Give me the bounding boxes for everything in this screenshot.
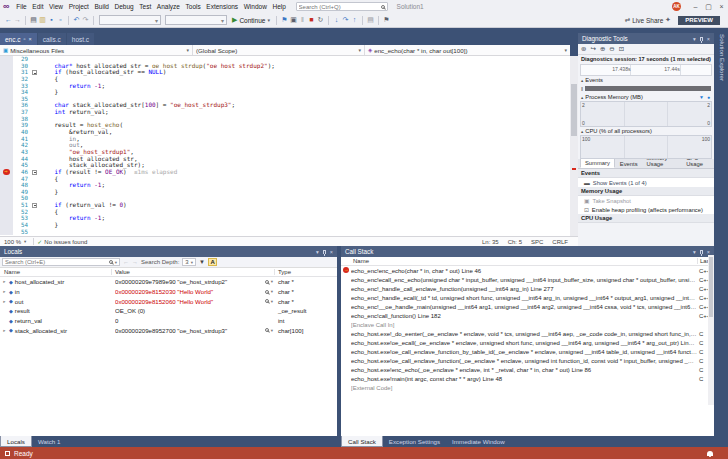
column-header-type[interactable]: Type (275, 269, 337, 275)
step-into-icon[interactable]: ↓ (332, 13, 341, 27)
breakpoint-margin[interactable] (0, 222, 13, 229)
breakpoint-margin[interactable] (0, 102, 13, 109)
summary-events-header[interactable]: Events (578, 169, 714, 178)
breakpoint-margin[interactable] (0, 76, 13, 83)
variable-value[interactable]: 0x00000209e7989e90 "oe_host_strdup2"▾ (112, 278, 275, 285)
code-text[interactable]: return -1; (40, 83, 570, 90)
breakpoint-margin[interactable] (0, 136, 13, 143)
code-text[interactable]: int return_val; (40, 109, 570, 116)
scrollbar-thumb[interactable] (571, 84, 577, 136)
breakpoint-margin[interactable] (0, 229, 13, 236)
breakpoint-margin[interactable] (0, 89, 13, 96)
filter-icon[interactable]: ▼ (699, 94, 704, 100)
live-share-button[interactable]: ⇄ Live Share (625, 16, 664, 24)
snapshot-icon[interactable]: ▣ (289, 13, 298, 27)
callstack-panel-header[interactable]: Call Stack ▾ × (341, 246, 714, 257)
fold-margin[interactable] (31, 202, 40, 209)
locals-search-box[interactable]: ▾ (2, 258, 120, 266)
break-all-icon[interactable]: ‖ (298, 13, 307, 27)
code-line[interactable]: 30 char* host_allocated_str = oe_host_st… (0, 63, 570, 70)
code-text[interactable]: } (40, 189, 570, 196)
diag-tab-summary[interactable]: Summary (580, 158, 615, 168)
zoom-dropdown[interactable]: 100 % ▾ (0, 239, 30, 245)
breakpoint-margin[interactable] (0, 209, 13, 216)
bottom-tab-call-stack[interactable]: Call Stack (341, 436, 383, 447)
code-text[interactable]: { (40, 176, 570, 183)
code-line[interactable]: 47 { (0, 176, 570, 183)
close-panel-icon[interactable]: × (707, 249, 710, 255)
text-visualizer-icon[interactable] (265, 328, 269, 332)
code-line[interactable]: 42 out, (0, 142, 570, 149)
save-all-icon[interactable]: ▫ (56, 13, 65, 27)
fold-margin[interactable] (31, 169, 40, 176)
bottom-tab-immediate-window[interactable]: Immediate Window (446, 436, 511, 447)
close-panel-icon[interactable]: × (707, 36, 710, 42)
menu-view[interactable]: View (46, 0, 66, 13)
restart-icon[interactable]: ↻ (316, 13, 325, 27)
cpu-section-header[interactable]: ▴ CPU (% of all processors) (578, 127, 714, 135)
breadcrumb-member-dropdown[interactable]: ◈ enc_echo(char * in, char out[100]) ▾ (365, 45, 570, 55)
locals-row[interactable]: ▸◆in0x00000209e8152030 "Hello World"▾cha… (0, 287, 337, 297)
code-line[interactable]: 40 &return_val, (0, 129, 570, 136)
variable-value[interactable]: OE_OK (0) (112, 307, 275, 314)
callstack-row[interactable]: [External Code] (341, 383, 714, 392)
text-visualizer-icon[interactable] (265, 290, 269, 294)
code-line[interactable]: 35 (0, 96, 570, 103)
breakpoint-margin[interactable] (0, 182, 13, 189)
chevron-down-icon[interactable]: ▾ (271, 289, 273, 294)
expand-icon[interactable]: ▸ (2, 299, 7, 304)
callstack-row[interactable]: echo_host.exe!enc_echo(_oe_enclave * enc… (341, 365, 714, 374)
fold-margin[interactable] (31, 195, 40, 202)
diagnostics-timeline[interactable]: 17.438s 17.44s (580, 64, 712, 76)
search-forward-icon[interactable]: → (132, 259, 138, 265)
breakpoint-margin[interactable] (0, 176, 13, 183)
code-line[interactable]: 32 { (0, 76, 570, 83)
breakpoint-margin[interactable] (0, 129, 13, 136)
code-line[interactable]: 31 if (host_allocated_str == NULL) (0, 69, 570, 76)
code-line[interactable]: 52 { (0, 209, 570, 216)
breakpoint-margin[interactable] (0, 83, 13, 90)
filter-icon[interactable]: ▼ (199, 259, 205, 265)
code-line[interactable]: 49 } (0, 189, 570, 196)
code-text[interactable]: { (40, 209, 570, 216)
locals-row[interactable]: ◆resultOE_OK (0)_oe_result (0, 306, 337, 316)
step-out-icon[interactable]: ↑ (350, 13, 359, 27)
variable-value[interactable]: 0 (112, 317, 275, 324)
expand-icon[interactable]: ▸ (2, 289, 7, 294)
code-line[interactable]: 41 in, (0, 136, 570, 143)
expand-icon[interactable]: ▸ (2, 279, 7, 284)
fold-margin[interactable] (31, 142, 40, 149)
pin-icon[interactable] (700, 250, 703, 254)
fold-margin[interactable] (31, 189, 40, 196)
heap-profiling-link[interactable]: ⊡ Enable heap profiling (affects perform… (578, 205, 714, 214)
memory-chart[interactable]: 2 0 2 0 (580, 101, 712, 127)
locals-search-input[interactable] (5, 259, 107, 265)
variable-value[interactable]: 0x00000209e8152060 "Hello World"▾ (112, 298, 275, 305)
callstack-row[interactable]: echo_enc!_handle_ecall(_td * td, unsigne… (341, 293, 714, 302)
chevron-down-icon[interactable]: ▾ (271, 328, 273, 333)
code-line[interactable]: 48 return -1; (0, 182, 570, 189)
menu-extensions[interactable]: Extensions (204, 0, 241, 13)
fold-margin[interactable] (31, 149, 40, 156)
breakpoint-margin[interactable] (0, 156, 13, 163)
breakpoint-margin[interactable] (0, 63, 13, 70)
quick-search-input[interactable] (299, 4, 381, 10)
code-text[interactable]: if (host_allocated_str == NULL) (40, 69, 570, 76)
tab-enc-c[interactable]: enc.c▫× (0, 33, 37, 45)
new-file-icon[interactable]: ▤ (29, 13, 38, 27)
expand-icon[interactable]: ▸ (2, 328, 7, 333)
callstack-row[interactable]: echo_enc!__oe_handle_main(unsigned __int… (341, 302, 714, 311)
menu-build[interactable]: Build (92, 0, 112, 13)
continue-button[interactable]: ▶ Continue ▾ (229, 16, 273, 24)
text-format-icon[interactable]: A (208, 258, 217, 266)
code-text[interactable]: stack_allocated_str); (40, 162, 570, 169)
fold-margin[interactable] (31, 96, 40, 103)
callstack-row[interactable]: echo_enc!call_function() Line 182C++ (341, 311, 714, 320)
summary-cpu-header[interactable]: CPU Usage (578, 214, 714, 223)
code-text[interactable]: in, (40, 136, 570, 143)
fold-margin[interactable] (31, 83, 40, 90)
tab-pin-icon[interactable]: ▫ (24, 36, 26, 42)
code-text[interactable]: return -1; (40, 215, 570, 222)
locals-row[interactable]: ▸◆host_allocated_str0x00000209e7989e90 "… (0, 277, 337, 287)
summary-memory-header[interactable]: Memory Usage (578, 187, 714, 196)
